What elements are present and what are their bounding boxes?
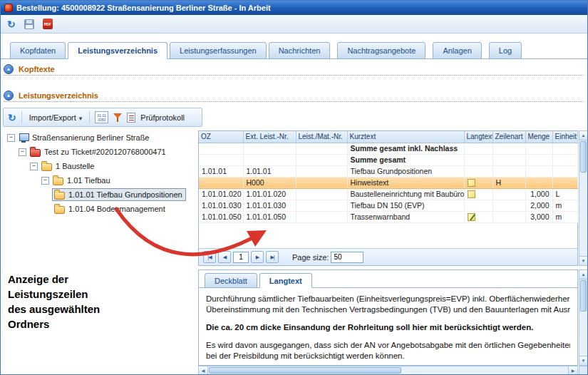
- col-langtext[interactable]: Langtext: [464, 131, 492, 143]
- import-export-button[interactable]: Import/Export: [27, 112, 85, 123]
- collapse-minus-icon[interactable]: [30, 163, 38, 170]
- col-kurztext[interactable]: Kurztext: [347, 131, 464, 143]
- cell-langtext: [464, 165, 492, 177]
- collapse-minus-icon[interactable]: [19, 148, 26, 156]
- oz-mask-icon[interactable]: 01.01 0050: [95, 111, 108, 123]
- note-icon[interactable]: [467, 190, 475, 199]
- langtext-paragraph: Durchführung sämtlicher Tiefbauarbeiten …: [206, 294, 570, 315]
- last-page-button[interactable]: [266, 251, 279, 263]
- note-edit-icon[interactable]: [467, 213, 475, 222]
- grid-row-summe-nachlass[interactable]: Summe gesamt inkl. Nachlass: [199, 143, 577, 154]
- tab-kopfdaten[interactable]: Kopfdaten: [10, 42, 66, 59]
- col-einheit[interactable]: Einheit: [552, 131, 577, 143]
- cell-oz: 1.01.01: [199, 165, 243, 177]
- tree-item-root[interactable]: Straßensanierung Berliner Straße: [3, 130, 195, 145]
- tree-item-tiefbau[interactable]: 1.01 Tiefbau: [3, 173, 195, 188]
- cell-mat: [296, 177, 347, 188]
- collapse-minus-icon[interactable]: [7, 134, 15, 142]
- collapse-up-icon[interactable]: [4, 91, 14, 101]
- cell-einheit: [552, 165, 577, 177]
- cell-menge: [525, 154, 552, 165]
- tab-nachrichten[interactable]: Nachrichten: [269, 42, 331, 59]
- pager: Page size:: [199, 248, 577, 265]
- scroll-down-icon[interactable]: [579, 356, 587, 365]
- pruefprotokoll-label[interactable]: Prüfprotokoll: [140, 113, 185, 122]
- grid-row-position[interactable]: 1.01.01.050 1.01.01.050 Trassenwarnband …: [199, 211, 577, 222]
- col-ext-leist-nr[interactable]: Ext. Leist.-Nr.: [243, 131, 296, 143]
- cell-zeilenart: [492, 200, 525, 211]
- grid-row-position[interactable]: 1.01.01.020 1.01.01.020 Baustelleneinric…: [199, 188, 577, 200]
- tab-leistungserfassungen[interactable]: Leistungserfassungen: [170, 42, 267, 59]
- chevron-down-icon: [79, 113, 83, 122]
- detail-vertical-scrollbar[interactable]: [579, 269, 588, 366]
- grid-row-hinweistext-selected[interactable]: H000 Hinweistext H: [199, 177, 577, 188]
- tree-item-ticket[interactable]: Test zu Ticket#2020120768000471: [3, 145, 195, 159]
- cell-ext: [243, 154, 296, 165]
- scroll-right-icon[interactable]: [568, 366, 577, 374]
- note-icon[interactable]: [467, 179, 475, 188]
- cell-kurztext: Tiefbau Grundpositionen: [347, 165, 464, 177]
- tab-nachtragsangebote[interactable]: Nachtragsangebote: [337, 42, 425, 59]
- funnel-icon[interactable]: [113, 112, 122, 123]
- cell-kurztext: Summe gesamt: [347, 154, 464, 165]
- refresh-icon[interactable]: [7, 18, 16, 31]
- langtext-paragraph: Es wird davon ausgegangen, dass sich der…: [206, 340, 570, 361]
- scroll-left-icon[interactable]: [199, 366, 208, 374]
- section-kopftexte: Kopftexte: [4, 63, 583, 76]
- scroll-down-icon[interactable]: [579, 256, 587, 265]
- pdf-export-icon[interactable]: [43, 19, 53, 29]
- collapse-up-icon[interactable]: [4, 64, 14, 74]
- col-menge[interactable]: Menge: [525, 131, 552, 143]
- col-leist-mat-nr[interactable]: Leist./Mat.-Nr.: [296, 131, 347, 143]
- import-export-label: Import/Export: [29, 113, 76, 122]
- tree-item-grundpositionen[interactable]: 1.01.01 Tiefbau Grundpositionen: [3, 188, 195, 202]
- grid-row-position[interactable]: 1.01.01 1.01.01 Tiefbau Grundpositionen: [199, 165, 577, 177]
- computer-icon: [19, 133, 29, 143]
- cell-ext: H000: [243, 177, 296, 188]
- refresh-icon[interactable]: [8, 113, 16, 123]
- scrollbar-thumb[interactable]: [580, 141, 587, 173]
- current-page-input[interactable]: [233, 252, 249, 263]
- scrollbar-thumb[interactable]: [209, 367, 401, 374]
- col-zeilenart[interactable]: Zeilenart: [492, 131, 525, 143]
- prev-page-button[interactable]: [218, 251, 231, 263]
- cell-mat: [296, 165, 347, 177]
- next-page-button[interactable]: [251, 251, 264, 263]
- order-window: Bestellung: 4500008922 Straßensanierung …: [0, 0, 588, 375]
- main-tabstrip: Kopfdaten Leistungsverzeichnis Leistungs…: [1, 34, 587, 59]
- tree-item-label: 1.01.04 Bodenmanagement: [68, 205, 165, 213]
- tab-deckblatt[interactable]: Deckblatt: [205, 273, 257, 288]
- grid-row-summe-gesamt[interactable]: Summe gesamt: [199, 154, 577, 165]
- col-oz[interactable]: OZ: [199, 131, 243, 143]
- detail-tabstrip: Deckblatt Langtext: [199, 270, 577, 288]
- grid-row-position[interactable]: 1.01.01.030 1.01.01.030 Tiefbau DN 150 (…: [199, 200, 577, 211]
- tree-item-label: 1.01 Tiefbau: [67, 176, 110, 185]
- section-lv-label: Leistungsverzeichnis: [19, 91, 98, 100]
- scroll-up-icon[interactable]: [579, 131, 587, 140]
- app-icon: [4, 4, 13, 12]
- cell-langtext: [464, 177, 492, 188]
- pruefprotokoll-icon[interactable]: [127, 113, 135, 123]
- tab-anlagen[interactable]: Anlagen: [433, 42, 481, 59]
- tree-item-label: Test zu Ticket#2020120768000471: [44, 148, 166, 156]
- cell-kurztext: Tiefbau DN 150 (EVP): [347, 200, 464, 211]
- tree-item-bodenmanagement[interactable]: 1.01.04 Bodenmanagement: [3, 202, 195, 216]
- tab-log[interactable]: Log: [489, 42, 522, 59]
- page-size-input[interactable]: [331, 252, 363, 263]
- first-page-button[interactable]: [203, 251, 216, 263]
- annotation-line: Leistungszeilen: [8, 287, 100, 302]
- grid-vertical-scrollbar[interactable]: [579, 130, 588, 266]
- scroll-up-icon[interactable]: [579, 270, 587, 279]
- lv-grid-panel: OZ Ext. Leist.-Nr. Leist./Mat.-Nr. Kurzt…: [198, 130, 578, 266]
- cell-oz: [199, 177, 243, 188]
- annotation-line: Ordners: [8, 317, 100, 332]
- detail-horizontal-scrollbar[interactable]: [198, 366, 578, 375]
- save-icon[interactable]: [24, 19, 34, 29]
- collapse-minus-icon[interactable]: [41, 177, 49, 185]
- tab-langtext[interactable]: Langtext: [259, 273, 312, 288]
- toolbar-separator: [89, 111, 90, 123]
- tab-leistungsverzeichnis[interactable]: Leistungsverzeichnis: [68, 42, 167, 59]
- tree-item-baustelle[interactable]: 1 Baustelle: [3, 159, 195, 173]
- cell-menge: [525, 177, 552, 188]
- scrollbar-thumb[interactable]: [580, 280, 587, 312]
